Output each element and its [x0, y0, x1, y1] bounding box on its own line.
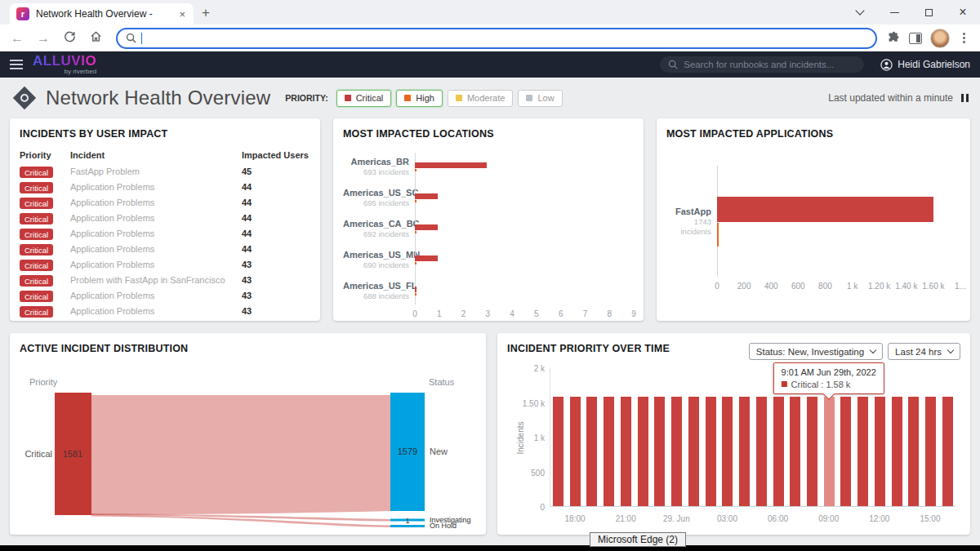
tab-close-icon[interactable]: ×	[177, 8, 187, 20]
page-title: Network Health Overview	[46, 87, 270, 109]
user-menu[interactable]: Heidi Gabrielson	[874, 59, 970, 71]
category-label: Americas_CA_BC	[343, 219, 409, 229]
incident-cell: Application Problems	[70, 198, 242, 207]
time-bar[interactable]	[638, 397, 648, 506]
time-bar[interactable]	[840, 397, 851, 506]
critical-bar[interactable]	[717, 197, 933, 222]
x-tick: 1 k	[847, 282, 858, 291]
y-tick: 1 k	[534, 433, 545, 442]
time-bar[interactable]	[722, 397, 733, 506]
time-bar[interactable]	[553, 397, 564, 506]
close-window-button[interactable]: ×	[946, 0, 980, 24]
priority-cell: Critical	[20, 211, 70, 225]
time-bar[interactable]	[688, 397, 699, 506]
time-bar[interactable]	[671, 397, 682, 506]
table-row[interactable]: CriticalApplication Problems44	[20, 210, 310, 225]
back-button[interactable]: ←	[7, 31, 28, 46]
search-icon	[126, 33, 136, 43]
time-bar[interactable]	[756, 397, 767, 506]
table-row[interactable]: CriticalFastApp Problem45	[20, 163, 310, 179]
table-row[interactable]: CriticalApplication Problems44	[20, 179, 310, 194]
time-bar[interactable]	[925, 397, 936, 506]
time-bar[interactable]	[790, 397, 800, 506]
time-bar[interactable]	[942, 397, 953, 506]
sankey-flow-critical-new[interactable]	[91, 395, 390, 515]
incident-count-label: 688 incidents	[343, 291, 409, 300]
time-bar[interactable]	[621, 397, 631, 506]
moderate-color-swatch	[456, 95, 462, 101]
incident-count-label: 695 incidents	[343, 198, 409, 207]
priority-cell: Critical	[20, 242, 70, 256]
y-tick: 2 k	[534, 364, 545, 373]
table-row[interactable]: CriticalApplication Problems43	[20, 303, 310, 318]
table-row[interactable]: CriticalProblem with FastApp in SanFranc…	[20, 272, 310, 287]
incident-count-label: 690 incidents	[343, 260, 409, 269]
priority-filter-high[interactable]: High	[396, 90, 443, 107]
time-bar[interactable]	[773, 397, 784, 506]
panel-incident-priority-over-time: INCIDENT PRIORITY OVER TIME Status: New,…	[497, 333, 970, 535]
time-bar[interactable]	[908, 397, 919, 506]
time-bar[interactable]	[858, 397, 868, 506]
table-row[interactable]: CriticalApplication Problems44	[20, 225, 310, 241]
minimize-button[interactable]	[877, 0, 911, 24]
table-row[interactable]: CriticalApplication Problems44	[20, 241, 310, 256]
critical-bar[interactable]	[415, 193, 438, 199]
forward-button[interactable]: →	[33, 31, 54, 46]
high-bar[interactable]	[415, 169, 416, 171]
time-bar[interactable]	[586, 397, 597, 506]
time-bar[interactable]	[706, 397, 716, 506]
pause-refresh-icon[interactable]	[961, 94, 969, 102]
app-search-input[interactable]: Search for runbooks and incidents...	[660, 56, 864, 73]
high-bar[interactable]	[415, 293, 416, 295]
critical-bar[interactable]	[415, 162, 487, 168]
critical-bar[interactable]	[415, 287, 416, 292]
panel-title: MOST IMPACTED APPLICATIONS	[666, 128, 960, 140]
tab-search-icon[interactable]	[843, 0, 877, 24]
browser-tab[interactable]: r Network Health Overview - ×	[10, 3, 194, 24]
status-filter-select[interactable]: Status: New, Investigating	[749, 343, 883, 360]
incident-count-label: 1743 incidents	[666, 217, 711, 236]
time-bar[interactable]	[739, 397, 750, 506]
time-bar[interactable]	[604, 397, 614, 506]
extensions-icon[interactable]	[887, 31, 901, 45]
priority-filter-moderate[interactable]: Moderate	[448, 90, 513, 107]
time-bar[interactable]	[875, 397, 885, 506]
profile-avatar[interactable]	[930, 29, 950, 48]
high-bar[interactable]	[415, 200, 416, 202]
x-tick: 1.20 k	[868, 282, 890, 291]
browser-menu-icon[interactable]	[958, 31, 970, 45]
critical-bar[interactable]	[415, 256, 438, 261]
reload-button[interactable]	[59, 30, 80, 46]
split-screen-icon[interactable]	[909, 33, 922, 44]
page-header: Network Health Overview PRIORITY: Critic…	[0, 78, 980, 118]
priority-filter-low[interactable]: Low	[518, 90, 562, 107]
priority-cell: Critical	[20, 226, 70, 241]
bar-group: Americas_US_SC695 incidents	[343, 182, 634, 213]
last-updated-text: Last updated within a minute	[828, 92, 953, 104]
x-tick: 8	[607, 309, 612, 318]
time-bar[interactable]	[807, 397, 817, 506]
priority-filter-critical[interactable]: Critical	[336, 90, 392, 107]
high-bar[interactable]	[415, 262, 416, 264]
hamburger-menu-icon[interactable]	[10, 60, 23, 69]
address-bar[interactable]	[116, 28, 877, 49]
time-bar[interactable]	[654, 397, 665, 506]
critical-bar[interactable]	[415, 224, 438, 230]
table-row[interactable]: CriticalApplication Problems43	[20, 287, 310, 303]
sankey-value-new: 1579	[398, 447, 417, 456]
time-bar[interactable]	[892, 397, 902, 506]
high-bar[interactable]	[717, 223, 719, 247]
sankey-node-onhold[interactable]	[390, 525, 425, 527]
home-button[interactable]	[85, 30, 106, 46]
new-tab-button[interactable]: +	[202, 5, 210, 21]
panel-title: MOST IMPACTED LOCATIONS	[343, 128, 634, 140]
time-range-select[interactable]: Last 24 hrs	[888, 343, 960, 360]
table-row[interactable]: CriticalApplication Problems44	[20, 194, 310, 210]
time-bar[interactable]	[824, 397, 835, 506]
priority-cell: Critical	[20, 273, 70, 287]
high-bar[interactable]	[415, 231, 416, 233]
table-row[interactable]: CriticalApplication Problems43	[20, 256, 310, 272]
bar-label: Americas_CA_BC692 incidents	[343, 219, 415, 239]
restore-button[interactable]	[911, 0, 946, 24]
time-bar[interactable]	[570, 397, 581, 506]
